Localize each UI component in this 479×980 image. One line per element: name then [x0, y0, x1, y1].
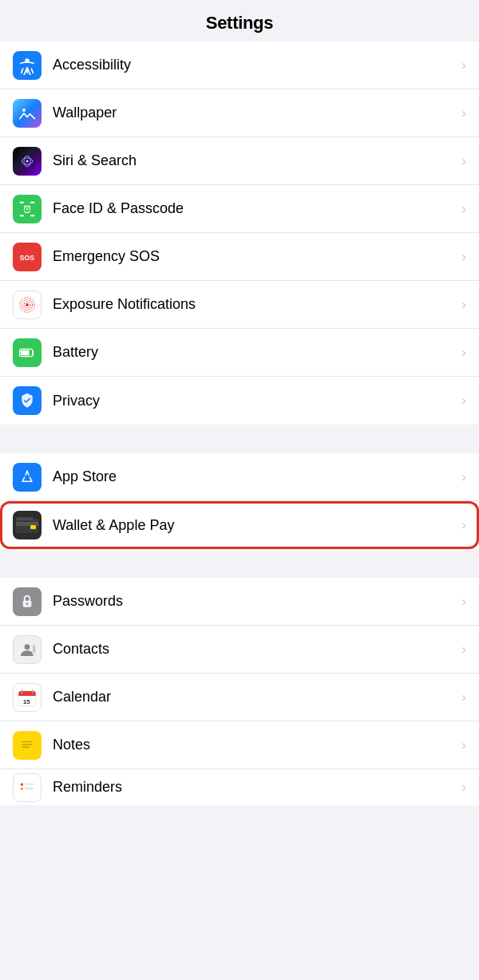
svg-rect-27 — [33, 646, 35, 647]
svg-rect-8 — [30, 215, 34, 216]
calendar-label: Calendar — [53, 689, 455, 705]
privacy-label: Privacy — [53, 393, 455, 409]
exposure-icon — [13, 290, 42, 319]
chevron-icon: › — [461, 594, 466, 610]
wallpaper-icon — [13, 99, 42, 128]
section-store: App Store › Wallet & Apple Pay › — [0, 453, 479, 549]
svg-rect-20 — [30, 525, 36, 529]
battery-label: Battery — [53, 344, 455, 361]
appstore-icon — [13, 463, 42, 492]
svg-rect-5 — [20, 201, 24, 203]
sidebar-item-wallet[interactable]: Wallet & Apple Pay › — [0, 501, 479, 549]
svg-point-1 — [22, 109, 26, 112]
sidebar-item-wallpaper[interactable]: Wallpaper › — [0, 89, 479, 137]
svg-rect-7 — [20, 215, 24, 216]
sidebar-item-sos[interactable]: SOS Emergency SOS › — [0, 233, 479, 281]
sos-label: Emergency SOS — [53, 248, 455, 265]
svg-point-25 — [25, 644, 30, 650]
wallet-icon — [13, 511, 42, 539]
svg-rect-38 — [22, 744, 32, 745]
passwords-icon — [13, 587, 42, 616]
svg-point-4 — [26, 160, 29, 162]
chevron-icon: › — [461, 345, 466, 361]
sidebar-item-reminders[interactable]: Reminders › — [0, 769, 479, 805]
passwords-label: Passwords — [53, 593, 455, 610]
contacts-icon — [13, 635, 42, 664]
sidebar-item-privacy[interactable]: Privacy › — [0, 377, 479, 425]
wallpaper-label: Wallpaper — [53, 105, 455, 121]
accessibility-icon — [13, 51, 42, 80]
page-header: Settings — [0, 0, 479, 41]
svg-rect-6 — [30, 201, 34, 203]
notes-label: Notes — [53, 737, 455, 753]
svg-rect-39 — [22, 746, 29, 748]
siri-label: Siri & Search — [53, 152, 455, 169]
chevron-icon: › — [461, 393, 466, 409]
reminders-icon — [13, 773, 42, 802]
faceid-label: Face ID & Passcode — [53, 200, 455, 217]
reminders-label: Reminders — [53, 779, 455, 796]
svg-rect-43 — [25, 788, 34, 789]
section-divider-2 — [0, 549, 479, 578]
svg-point-41 — [21, 787, 23, 789]
contacts-label: Contacts — [53, 641, 455, 658]
sidebar-item-calendar[interactable]: 15 Calendar › — [0, 674, 479, 721]
svg-point-40 — [21, 783, 23, 785]
svg-rect-42 — [25, 783, 34, 784]
svg-rect-21 — [16, 517, 34, 520]
svg-rect-17 — [21, 350, 30, 355]
sidebar-item-faceid[interactable]: Face ID & Passcode › — [0, 185, 479, 233]
svg-text:SOS: SOS — [20, 254, 35, 262]
accessibility-label: Accessibility — [53, 57, 455, 73]
sidebar-item-siri[interactable]: Siri & Search › — [0, 137, 479, 185]
section-divider-1 — [0, 425, 479, 453]
svg-rect-32 — [18, 694, 35, 696]
svg-rect-36 — [20, 737, 35, 753]
chevron-icon: › — [461, 642, 466, 658]
sidebar-item-notes[interactable]: Notes › — [0, 721, 479, 769]
sidebar-item-battery[interactable]: Battery › — [0, 329, 479, 377]
chevron-icon: › — [461, 517, 466, 533]
chevron-icon: › — [461, 780, 466, 796]
chevron-icon: › — [461, 249, 466, 265]
chevron-icon: › — [461, 297, 466, 313]
sidebar-item-passwords[interactable]: Passwords › — [0, 578, 479, 626]
wallet-label: Wallet & Apple Pay — [53, 517, 455, 534]
sidebar-item-appstore[interactable]: App Store › — [0, 453, 479, 501]
svg-point-12 — [26, 303, 29, 306]
calendar-icon: 15 — [13, 683, 42, 712]
sidebar-item-exposure[interactable]: Exposure Notifications › — [0, 281, 479, 329]
svg-rect-29 — [33, 650, 35, 651]
svg-rect-28 — [33, 648, 35, 649]
chevron-icon: › — [461, 469, 466, 485]
chevron-icon: › — [461, 105, 466, 121]
chevron-icon: › — [461, 57, 466, 73]
page-title: Settings — [0, 13, 479, 34]
sidebar-item-accessibility[interactable]: Accessibility › — [0, 41, 479, 89]
chevron-icon: › — [461, 690, 466, 705]
chevron-icon: › — [461, 737, 466, 753]
exposure-label: Exposure Notifications — [53, 296, 455, 313]
faceid-icon — [13, 195, 42, 223]
section-system: Accessibility › Wallpaper › Siri & Searc… — [0, 41, 479, 425]
privacy-icon — [13, 386, 42, 415]
siri-icon — [13, 147, 42, 176]
battery-icon — [13, 338, 42, 367]
appstore-label: App Store — [53, 468, 455, 485]
section-apps: Passwords › Contacts › 15 — [0, 578, 479, 805]
svg-point-23 — [26, 603, 29, 605]
sidebar-item-contacts[interactable]: Contacts › — [0, 626, 479, 674]
sos-icon: SOS — [13, 243, 42, 271]
svg-text:15: 15 — [23, 698, 30, 705]
notes-icon — [13, 731, 42, 760]
chevron-icon: › — [461, 153, 466, 169]
svg-rect-37 — [22, 741, 32, 742]
chevron-icon: › — [461, 201, 466, 217]
